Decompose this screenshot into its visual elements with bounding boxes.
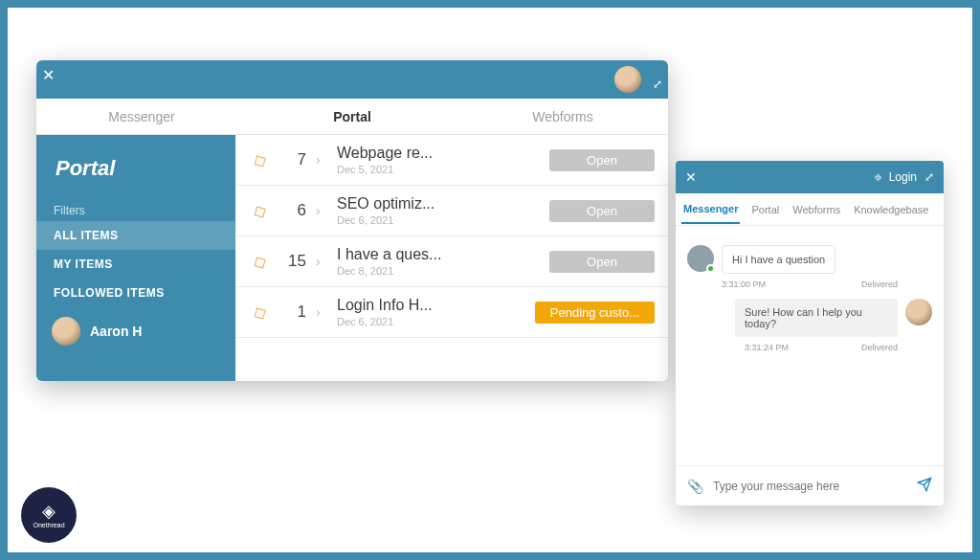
ticket-number: 15 [279,252,306,271]
message-status: Delivered [861,343,898,352]
ticket-icon: ◇ [245,298,274,326]
sidebar-item-my[interactable]: MY ITEMS [36,250,235,279]
avatar[interactable] [614,66,641,93]
send-icon[interactable] [917,477,932,496]
portal-panel: ✕ ⤢ Messenger Portal Webforms Portal Fil… [36,60,668,381]
onethread-logo: ◈ Onethread [21,487,77,543]
ticket-row[interactable]: ◇7›Webpage re...Dec 5, 2021Open [235,135,668,186]
message-input[interactable] [713,480,907,493]
close-icon[interactable]: ✕ [685,169,697,185]
ticket-icon: ◇ [245,146,274,174]
expand-icon[interactable]: ⤢ [653,78,662,91]
login-button[interactable]: Login [889,170,917,184]
ticket-body: I have a ques...Dec 8, 2021 [337,246,540,277]
tab-knowledgebase[interactable]: Knowledgebase [852,196,930,223]
attachment-icon[interactable]: 📎 [687,479,703,494]
ticket-number: 1 [279,302,306,322]
status-badge: Open [549,149,655,171]
message-time: 3:31:24 PM [745,343,789,352]
ticket-date: Dec 8, 2021 [337,265,540,277]
messenger-tabs: Messenger Portal Webforms Knowledgebase [676,193,944,226]
login-icon: ⎆ [875,170,881,184]
chevron-right-icon: › [316,152,327,168]
messenger-input-bar: 📎 [676,465,944,505]
close-icon[interactable]: ✕ [42,66,55,84]
status-badge: Open [549,251,655,273]
message-status: Delivered [861,280,898,289]
ticket-title: I have a ques... [337,246,540,263]
ticket-number: 6 [279,201,306,220]
message-bubble: Sure! How can I help you today? [735,299,898,337]
ticket-title: Login Info H... [337,297,525,314]
cube-icon: ◈ [42,503,56,520]
portal-header: ✕ ⤢ [36,60,668,99]
user-avatar-icon [687,245,714,272]
ticket-number: 7 [279,150,306,169]
tab-portal[interactable]: Portal [749,196,781,223]
message-row: Sure! How can I help you today? [687,299,932,337]
ticket-date: Dec 6, 2021 [337,214,540,226]
agent-avatar-icon [905,299,932,325]
chevron-right-icon: › [316,304,327,320]
brand-name: Onethread [33,522,64,528]
message-bubble: Hi I have a question [722,245,835,274]
sidebar-title: Portal [36,146,235,200]
ticket-body: SEO optimiz...Dec 6, 2021 [337,195,540,226]
sidebar-item-followed[interactable]: FOLLOWED ITEMS [36,279,235,307]
status-badge: Open [549,200,655,222]
tab-messenger[interactable]: Messenger [681,195,740,224]
message-meta: 3:31:00 PM Delivered [687,278,932,299]
tab-webforms[interactable]: Webforms [791,196,842,223]
sidebar-item-all[interactable]: ALL ITEMS [36,221,235,250]
messenger-panel: ✕ ⎆ Login ⤢ Messenger Portal Webforms Kn… [676,161,944,505]
ticket-row[interactable]: ◇6›SEO optimiz...Dec 6, 2021Open [235,186,668,236]
ticket-list: ◇7›Webpage re...Dec 5, 2021Open◇6›SEO op… [235,135,668,381]
sidebar-user[interactable]: Aaron H [36,307,235,355]
avatar [52,317,80,346]
ticket-icon: ◇ [245,196,274,225]
ticket-date: Dec 6, 2021 [337,316,525,327]
sidebar-user-name: Aaron H [90,324,142,339]
portal-body: Portal Filters ALL ITEMS MY ITEMS FOLLOW… [36,135,668,381]
messenger-body: Hi I have a question 3:31:00 PM Delivere… [676,226,944,465]
tab-webforms[interactable]: Webforms [457,99,668,134]
message-row: Hi I have a question [687,245,932,274]
messenger-header: ✕ ⎆ Login ⤢ [676,161,944,193]
ticket-body: Login Info H...Dec 6, 2021 [337,297,525,327]
chevron-right-icon: › [316,203,327,218]
status-badge: Pending custo... [535,302,655,324]
sidebar-filters-label: Filters [36,200,235,221]
tab-messenger[interactable]: Messenger [36,99,247,134]
ticket-title: SEO optimiz... [337,195,540,213]
ticket-body: Webpage re...Dec 5, 2021 [337,145,540,175]
ticket-icon: ◇ [245,247,274,276]
tab-portal[interactable]: Portal [247,99,457,134]
ticket-row[interactable]: ◇1›Login Info H...Dec 6, 2021Pending cus… [235,287,668,338]
portal-tabs: Messenger Portal Webforms [36,99,668,135]
ticket-row[interactable]: ◇15›I have a ques...Dec 8, 2021Open [235,236,668,287]
message-time: 3:31:00 PM [722,280,766,289]
message-meta: 3:31:24 PM Delivered [687,341,932,362]
ticket-date: Dec 5, 2021 [337,164,540,175]
portal-sidebar: Portal Filters ALL ITEMS MY ITEMS FOLLOW… [36,135,235,381]
chevron-right-icon: › [316,254,327,269]
ticket-title: Webpage re... [337,145,540,162]
expand-icon[interactable]: ⤢ [924,170,934,184]
